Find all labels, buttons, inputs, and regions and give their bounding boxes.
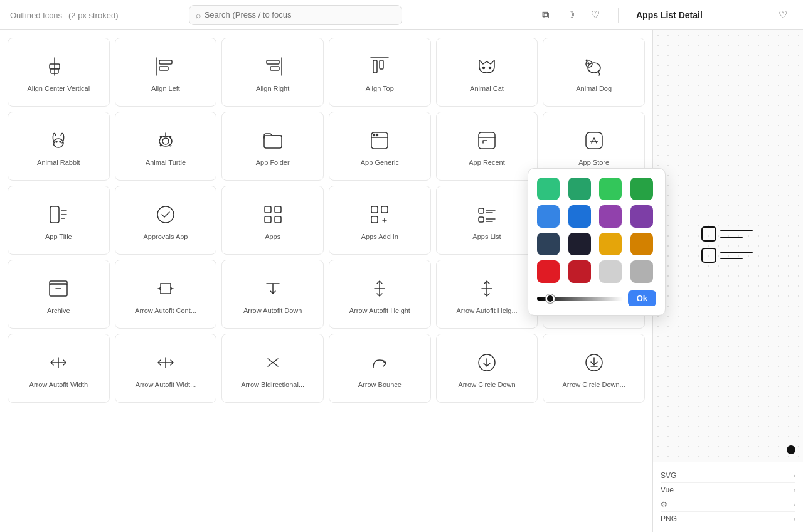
svg-rect-57 (50, 281, 67, 285)
icon-cell-archive[interactable]: Archive (8, 260, 110, 329)
svg-point-34 (157, 206, 174, 223)
icon-shape (368, 129, 391, 152)
color-swatch-6[interactable] (599, 205, 622, 228)
color-swatch-4[interactable] (537, 205, 560, 228)
icon-shape (476, 277, 498, 300)
icon-cell-align-right[interactable]: Align Right (221, 38, 324, 107)
icon-cell-arrow-autofit-heig2[interactable]: Arrow Autofit Heig... (436, 260, 538, 329)
color-swatch-3[interactable] (630, 178, 653, 200)
icon-shape (368, 203, 391, 226)
color-swatch-12[interactable] (537, 260, 560, 283)
icon-cell-app-generic[interactable]: App Generic (329, 112, 431, 181)
icon-label: Apps (265, 232, 280, 241)
icon-cell-apps-list[interactable]: Apps List (436, 186, 538, 255)
icon-svg (46, 350, 71, 375)
icon-cell-align-left[interactable]: Align Left (115, 38, 217, 107)
icon-cell-animal-cat[interactable]: Animal Cat (436, 38, 538, 107)
svg-rect-69 (702, 227, 716, 241)
chevron-icon: › (794, 472, 795, 479)
icon-cell-app-recent[interactable]: App Recent (436, 112, 538, 181)
copy-button[interactable]: ⧉ (535, 5, 555, 25)
color-slider-thumb (546, 294, 555, 303)
icon-shape (154, 129, 177, 152)
icon-shape (154, 351, 177, 374)
icon-cell-app-title[interactable]: App Title (8, 186, 110, 255)
color-swatch-9[interactable] (568, 233, 591, 255)
export-settings-row[interactable]: ⚙ › (661, 497, 795, 512)
sidebar-options: SVG › Vue › ⚙ › PNG › (653, 462, 803, 532)
icon-label: Arrow Bounce (358, 380, 402, 389)
theme-toggle-button[interactable]: ☽ (560, 5, 580, 25)
color-swatch-11[interactable] (630, 233, 653, 255)
icon-label: Arrow Autofit Heig... (456, 306, 517, 315)
ok-button[interactable]: Ok (628, 290, 656, 306)
color-swatch-7[interactable] (630, 205, 653, 228)
sidebar-heart-button[interactable]: ♡ (773, 5, 793, 25)
export-png-row[interactable]: PNG › (661, 512, 795, 526)
color-picker: Ok (528, 168, 666, 316)
icon-shape (47, 351, 70, 374)
icon-svg (153, 202, 178, 227)
icon-cell-arrow-autofit-widt2[interactable]: Arrow Autofit Widt... (115, 334, 217, 403)
icon-cell-approvals-app[interactable]: Approvals App (115, 186, 217, 255)
export-vue-row[interactable]: Vue › (661, 483, 795, 497)
icon-svg (46, 54, 71, 79)
icon-shape (583, 55, 605, 78)
color-swatch-2[interactable] (599, 178, 622, 200)
icon-cell-apps[interactable]: Apps (221, 186, 324, 255)
svg-rect-44 (479, 208, 484, 213)
icon-cell-arrow-bidirectional[interactable]: Arrow Bidirectional... (221, 334, 324, 403)
svg-rect-10 (373, 60, 377, 73)
chevron-icon: › (794, 487, 795, 494)
icon-label: App Generic (361, 158, 399, 167)
search-input[interactable] (205, 10, 395, 19)
icon-cell-arrow-autofit-height[interactable]: Arrow Autofit Height (329, 260, 431, 329)
icon-label: Animal Dog (576, 84, 612, 93)
svg-point-19 (60, 141, 61, 142)
color-swatch-10[interactable] (599, 233, 622, 255)
favorites-button[interactable]: ♡ (585, 5, 605, 25)
icon-shape (47, 277, 70, 300)
icon-cell-align-center-vertical[interactable]: Align Center Vertical (8, 38, 110, 107)
icon-cell-apps-add-in[interactable]: Apps Add In (329, 186, 431, 255)
icon-cell-align-top[interactable]: Align Top (329, 38, 431, 107)
icon-label: Align Top (366, 84, 394, 93)
icon-cell-app-folder[interactable]: App Folder (221, 112, 324, 181)
color-swatch-8[interactable] (537, 233, 560, 255)
icon-cell-arrow-bounce[interactable]: Arrow Bounce (329, 334, 431, 403)
icon-cell-animal-dog[interactable]: Animal Dog (543, 38, 645, 107)
icon-svg (474, 128, 499, 153)
icon-svg (46, 128, 71, 153)
icon-svg (153, 350, 178, 375)
color-swatch-5[interactable] (568, 205, 591, 228)
icon-cell-arrow-autofit-down[interactable]: Arrow Autofit Down (221, 260, 324, 329)
icon-svg (582, 350, 607, 375)
color-swatch-15[interactable] (630, 260, 653, 283)
svg-rect-8 (270, 66, 279, 70)
icon-label: Arrow Autofit Cont... (135, 306, 196, 315)
export-svg-row[interactable]: SVG › (661, 469, 795, 483)
main-layout: Align Center Vertical Align Left Align R… (0, 30, 803, 532)
app-title: Outlined Icons (2 px stroked) (10, 10, 118, 20)
icon-shape (262, 203, 284, 226)
color-swatch-14[interactable] (599, 260, 622, 283)
title-text: Outlined Icons (10, 11, 62, 20)
icon-label: Align Center Vertical (27, 84, 90, 93)
icon-cell-animal-turtle[interactable]: Animal Turtle (115, 112, 217, 181)
search-bar[interactable]: ⌕ (189, 5, 402, 25)
icon-cell-arrow-autofit-cont[interactable]: Arrow Autofit Cont... (115, 260, 217, 329)
icon-shape (583, 351, 605, 374)
icon-cell-arrow-autofit-width[interactable]: Arrow Autofit Width (8, 334, 110, 403)
svg-rect-22 (264, 136, 282, 148)
icon-cell-animal-rabbit[interactable]: Animal Rabbit (8, 112, 110, 181)
svg-point-25 (373, 134, 375, 136)
color-swatch-0[interactable] (537, 178, 560, 200)
icon-cell-arrow-circle-down2[interactable]: Arrow Circle Down... (543, 334, 645, 403)
color-swatch-1[interactable] (568, 178, 591, 200)
icon-shape (262, 55, 284, 78)
color-swatch-13[interactable] (568, 260, 591, 283)
icon-svg (367, 276, 392, 301)
icon-cell-arrow-circle-down[interactable]: Arrow Circle Down (436, 334, 538, 403)
color-slider[interactable] (537, 297, 623, 301)
icon-svg (260, 276, 285, 301)
